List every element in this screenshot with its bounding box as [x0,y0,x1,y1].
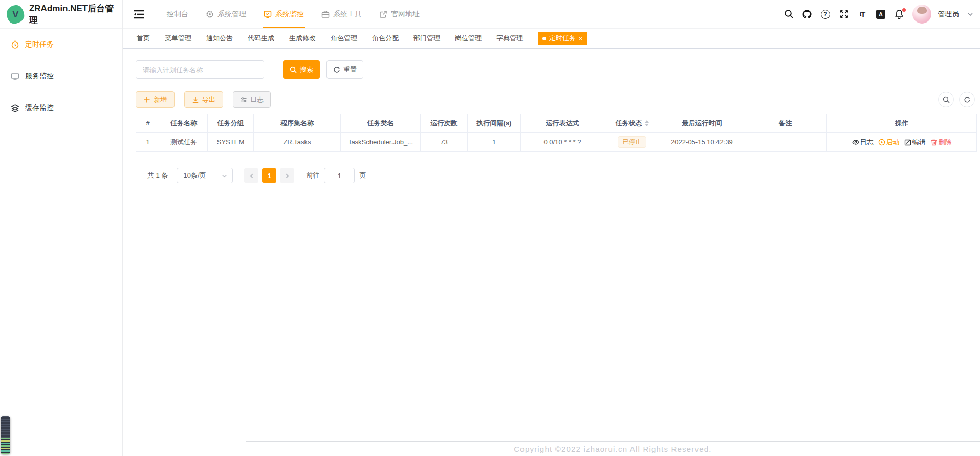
search-icon[interactable] [783,9,794,19]
cell-assembly: ZR.Tasks [254,133,341,152]
cell-interval: 1 [468,133,521,152]
page-size-select[interactable]: 10条/页 [177,168,233,183]
top-nav: 控制台 系统管理 系统监控 系统工具 官网地址 [158,0,428,28]
timer-icon [11,40,19,49]
export-button[interactable]: 导出 [184,91,223,108]
col-index: # [136,114,160,133]
sidebar-item-service-monitor[interactable]: 服务监控 [0,60,122,92]
next-page-button[interactable] [280,168,294,183]
refresh-icon [964,96,971,103]
page-number-1[interactable]: 1 [262,168,276,183]
sliders-icon [240,96,247,103]
plus-icon [143,96,150,103]
log-button[interactable]: 日志 [233,91,271,108]
sidebar: V ZRAdmin.NET后台管理 定时任务 服务监控 缓存监控 [0,0,123,456]
notification-dot [902,8,906,12]
monitor-icon [11,72,19,81]
header-right: ? tT A 管理员 [783,5,980,24]
tab-home[interactable]: 首页 [137,34,150,43]
cell-task-group: SYSTEM [208,133,254,152]
translate-icon[interactable]: A [876,9,886,19]
cell-index: 1 [136,133,160,152]
col-task-name: 任务名称 [160,114,208,133]
tabbar: 首页 菜单管理 通知公告 代码生成 生成修改 角色管理 角色分配 部门管理 岗位… [123,29,980,49]
prev-page-button[interactable] [244,168,258,183]
tab-dictionary-management[interactable]: 字典管理 [496,34,523,43]
bell-icon[interactable] [894,9,904,19]
tab-scheduled-tasks[interactable]: 定时任务 × [538,32,587,45]
col-assembly: 程序集名称 [254,114,341,133]
pagination: 共 1 条 10条/页 1 前往 页 [147,168,366,183]
tab-role-management[interactable]: 角色管理 [331,34,357,43]
external-link-icon [379,10,387,18]
col-operations: 操作 [827,114,977,133]
collapse-sidebar-icon[interactable] [133,9,144,19]
reset-button[interactable]: 重置 [326,60,363,79]
add-button[interactable]: 新增 [136,91,175,108]
task-name-input[interactable] [136,60,264,79]
nav-label: 系统管理 [217,10,246,19]
user-name[interactable]: 管理员 [938,10,959,19]
goto-page-input[interactable] [324,168,355,183]
row-delete-link[interactable]: 删除 [930,138,952,147]
show-search-button[interactable] [938,92,954,107]
nav-item-console[interactable]: 控制台 [158,0,197,28]
nav-label: 官网地址 [391,10,420,19]
tab-role-assignment[interactable]: 角色分配 [372,34,399,43]
font-size-icon[interactable]: tT [857,9,867,19]
gear-icon [206,10,214,18]
row-edit-link[interactable]: 编辑 [904,138,926,147]
col-status: 任务状态 [604,114,660,133]
tab-post-management[interactable]: 岗位管理 [455,34,482,43]
logo-row: V ZRAdmin.NET后台管理 [0,0,122,29]
tab-department-management[interactable]: 部门管理 [413,34,440,43]
tab-generation-edit[interactable]: 生成修改 [289,34,316,43]
nav-item-system-monitor[interactable]: 系统监控 [255,0,313,28]
fullscreen-icon[interactable] [839,9,849,19]
col-run-count: 运行次数 [421,114,468,133]
row-start-link[interactable]: 启动 [878,138,900,147]
total-count: 共 1 条 [147,171,168,180]
col-cron: 运行表达式 [521,114,604,133]
col-task-group: 任务分组 [208,114,254,133]
nav-item-system-tools[interactable]: 系统工具 [313,0,371,28]
browser-extension-widget[interactable] [1,416,10,454]
col-class-name: 任务类名 [341,114,421,133]
cell-cron: 0 0/10 * * * ? [521,133,604,152]
monitor-check-icon [264,10,272,18]
sidebar-item-cache-monitor[interactable]: 缓存监控 [0,92,122,124]
cell-operations: 日志 启动 编辑 [827,133,977,152]
tab-notice[interactable]: 通知公告 [206,34,233,43]
cell-task-name: 测试任务 [160,133,208,152]
tab-label: 定时任务 [549,34,576,43]
sidebar-item-label: 服务监控 [25,72,54,81]
help-icon[interactable]: ? [820,9,831,19]
chevron-right-icon [285,173,290,179]
search-icon [943,96,950,103]
nav-label: 系统工具 [333,10,362,19]
sidebar-item-scheduled-tasks[interactable]: 定时任务 [0,29,122,60]
app-logo: V [6,4,25,24]
close-tab-icon[interactable]: × [579,35,583,42]
github-icon[interactable] [802,9,812,19]
table-row: 1 测试任务 SYSTEM ZR.Tasks TaskScheduler.Job… [136,133,977,152]
col-remark: 备注 [744,114,827,133]
copyright-text: Copyright ©2022 izhaorui.cn All Rights R… [514,445,711,453]
cell-remark [744,133,827,152]
nav-item-system-management[interactable]: 系统管理 [197,0,255,28]
cell-last-run: 2022-05-15 10:42:39 [660,133,744,152]
row-log-link[interactable]: 日志 [852,138,874,147]
nav-item-official-site[interactable]: 官网地址 [371,0,428,28]
status-badge: 已停止 [618,136,646,147]
tab-menu-management[interactable]: 菜单管理 [165,34,191,43]
refresh-table-button[interactable] [959,92,975,107]
eye-icon [852,139,859,146]
chevron-down-icon[interactable] [967,11,973,17]
sort-icon[interactable] [645,120,649,126]
tab-code-generation[interactable]: 代码生成 [248,34,274,43]
search-button[interactable]: 搜索 [283,60,320,79]
header: 控制台 系统管理 系统监控 系统工具 官网地址 [123,0,980,29]
cell-run-count: 73 [421,133,468,152]
briefcase-icon [321,10,330,18]
avatar[interactable] [912,5,931,24]
